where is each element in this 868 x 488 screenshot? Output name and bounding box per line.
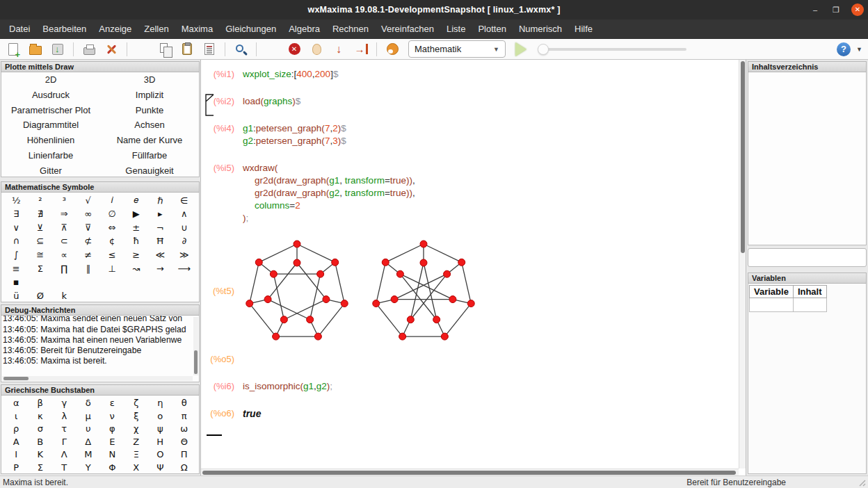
math-symbol[interactable]: ≠ xyxy=(77,248,101,262)
math-symbol[interactable]: ∧ xyxy=(172,207,197,221)
draw-panel-header[interactable]: Plotte mittels Draw xyxy=(1,61,200,72)
greek-letter[interactable]: ζ xyxy=(124,396,149,409)
greek-letter[interactable]: X xyxy=(124,461,149,474)
greek-letter[interactable]: Γ xyxy=(52,435,77,448)
greek-panel-header[interactable]: Griechische Buchstaben xyxy=(1,384,200,396)
debug-vertical-scrollbar[interactable] xyxy=(193,317,198,375)
worksheet-vertical-scrollbar[interactable] xyxy=(739,60,746,469)
cell-i2[interactable]: (%i2)load(graphs)$ xyxy=(201,95,739,108)
draw-button-gitter[interactable]: Gitter xyxy=(1,163,100,177)
greek-letter[interactable]: P xyxy=(4,461,29,474)
math-symbol[interactable]: ⊥ xyxy=(100,261,124,275)
greek-letter[interactable]: θ xyxy=(172,396,197,409)
math-symbol[interactable]: ∅ xyxy=(100,207,124,221)
copy-button[interactable] xyxy=(156,40,174,58)
variables-cell[interactable] xyxy=(750,298,794,312)
greek-letter[interactable]: υ xyxy=(77,422,101,435)
greek-letter[interactable]: ι xyxy=(4,409,29,423)
math-symbol[interactable]: √ xyxy=(77,193,101,207)
greek-letter[interactable]: γ xyxy=(52,396,77,409)
print-button[interactable] xyxy=(80,40,98,58)
greek-letter[interactable]: Φ xyxy=(100,461,124,474)
math-symbol[interactable]: ħ xyxy=(124,234,149,248)
cell-content[interactable]: wxplot_size:[400,200]$ xyxy=(243,68,338,81)
open-button[interactable] xyxy=(26,40,45,58)
math-symbol[interactable]: ≤ xyxy=(100,248,124,262)
draw-button-punkte[interactable]: Punkte xyxy=(100,102,199,117)
greek-letter[interactable]: ο xyxy=(148,409,172,423)
math-symbol[interactable]: ≫ xyxy=(172,248,197,262)
math-symbol[interactable]: ⊂ xyxy=(52,234,77,248)
draw-button-achsen[interactable]: Achsen xyxy=(100,117,199,133)
greek-letter[interactable]: I xyxy=(4,448,29,462)
math-symbol[interactable]: ⊄ xyxy=(77,234,101,248)
math-symbol[interactable]: ⊻ xyxy=(29,220,53,234)
cell-content[interactable]: is_isomorphic(g1,g2); xyxy=(243,380,332,393)
math-symbol[interactable]: ∪ xyxy=(172,220,197,234)
math-symbol[interactable]: ≡ xyxy=(4,261,29,275)
math-symbol[interactable]: ⇒ xyxy=(52,207,77,221)
cell-i1[interactable]: (%i1)wxplot_size:[400,200]$ xyxy=(201,68,739,81)
menu-datei[interactable]: Datei xyxy=(3,21,36,37)
math-symbol[interactable]: ∨ xyxy=(4,220,29,234)
greek-letter[interactable]: O xyxy=(148,448,172,462)
worksheet[interactable]: (%i1)wxplot_size:[400,200]$(%i2)load(gra… xyxy=(201,60,746,475)
search-button[interactable] xyxy=(232,40,250,58)
greek-letter[interactable]: ε xyxy=(100,396,124,409)
variables-cell[interactable] xyxy=(793,298,826,312)
worksheet-cursor[interactable] xyxy=(207,434,222,436)
greek-letter[interactable]: Δ xyxy=(77,435,101,448)
greek-letter[interactable]: A xyxy=(4,435,29,448)
resize-grip-icon[interactable] xyxy=(858,478,866,487)
greek-letter[interactable]: ψ xyxy=(148,422,172,435)
greek-letter[interactable]: H xyxy=(148,435,172,448)
greek-letter[interactable]: χ xyxy=(124,422,149,435)
draw-button-2d[interactable]: 2D xyxy=(1,72,100,88)
logo-button[interactable] xyxy=(383,40,401,58)
math-symbol[interactable]: → xyxy=(148,261,172,275)
menu-zellen[interactable]: Zellen xyxy=(138,21,175,37)
variables-panel-header[interactable]: Variablen xyxy=(748,273,867,284)
greek-letter[interactable]: ν xyxy=(100,409,124,423)
draw-button-parametrischer-plot[interactable]: Parametrischer Plot xyxy=(1,102,100,117)
draw-button-3d[interactable]: 3D xyxy=(100,72,199,88)
math-symbol[interactable]: Ø xyxy=(29,288,53,302)
greek-letter[interactable]: δ xyxy=(77,396,101,409)
math-symbol[interactable]: ▶ xyxy=(124,207,149,221)
cell-t5[interactable]: (%t5) xyxy=(201,239,739,343)
cell-i6[interactable]: (%i6)is_isomorphic(g1,g2); xyxy=(201,380,739,393)
math-symbol[interactable]: ∏ xyxy=(52,261,77,275)
menu-vereinfachen[interactable]: Vereinfachen xyxy=(375,21,440,37)
greek-letter[interactable]: Θ xyxy=(172,435,197,448)
math-symbol[interactable]: ½ xyxy=(4,193,29,207)
greek-letter[interactable]: σ xyxy=(29,422,53,435)
cell-type-select[interactable]: Mathematik ▼ xyxy=(408,40,506,58)
save-button[interactable] xyxy=(49,40,67,58)
math-symbol[interactable]: ≥ xyxy=(124,248,149,262)
greek-letter[interactable]: Π xyxy=(172,448,197,462)
greek-letter[interactable]: Y xyxy=(77,461,101,474)
restart-button[interactable] xyxy=(263,40,281,58)
interrupt-button[interactable] xyxy=(307,40,326,58)
draw-button-ausdruck[interactable]: Ausdruck xyxy=(1,88,100,103)
math-symbol[interactable]: ∈ xyxy=(172,193,197,207)
math-symbol[interactable]: ⊽ xyxy=(77,220,101,234)
greek-letter[interactable]: Z xyxy=(124,435,149,448)
menu-plotten[interactable]: Plotten xyxy=(472,21,512,37)
worksheet-horizontal-scrollbar[interactable] xyxy=(201,469,739,475)
symbols-panel-header[interactable]: Mathematische Symbole xyxy=(1,181,200,193)
math-symbol[interactable]: ≪ xyxy=(148,248,172,262)
menu-maxima[interactable]: Maxima xyxy=(175,21,220,37)
math-symbol[interactable]: ² xyxy=(29,193,53,207)
scrollbar-thumb[interactable] xyxy=(741,61,745,253)
greek-letter[interactable]: T xyxy=(52,461,77,474)
text-button[interactable] xyxy=(200,40,218,58)
play-animation-button[interactable] xyxy=(515,42,527,56)
slider-knob[interactable] xyxy=(538,44,549,55)
math-symbol[interactable]: k xyxy=(52,288,77,302)
math-symbol[interactable]: ∄ xyxy=(29,207,53,221)
cut-button[interactable] xyxy=(134,40,152,58)
greek-letter[interactable]: ξ xyxy=(124,409,149,423)
math-symbol[interactable]: ▪ xyxy=(4,275,29,289)
cell-o6[interactable]: (%o6)true xyxy=(201,407,739,420)
